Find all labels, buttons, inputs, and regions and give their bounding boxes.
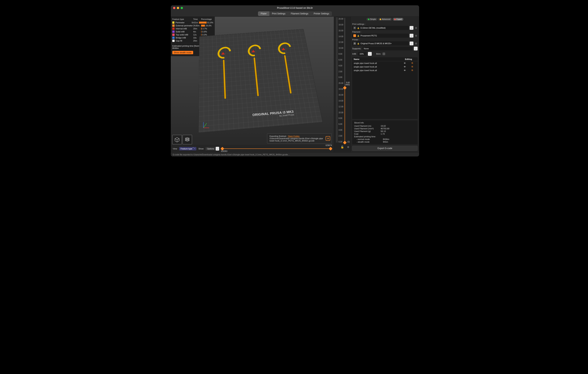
infill-caret[interactable]: ⌄ bbox=[368, 52, 372, 56]
legend-pct: 0.8% bbox=[202, 31, 207, 33]
filament-select[interactable]: 🔒 Prusament PETG bbox=[352, 33, 409, 38]
object-row[interactable]: single pipe towel hook.stl 👁 ⧉ bbox=[352, 65, 418, 68]
legend-row[interactable]: Solid infill 4m 0.8% bbox=[171, 30, 215, 33]
edit-icon[interactable]: ⧉ bbox=[409, 62, 416, 64]
legend-name: Gap fill bbox=[176, 40, 193, 42]
view-layers-icon[interactable] bbox=[183, 135, 192, 144]
legend-col-feature: Feature type bbox=[172, 18, 193, 20]
filament-gear-icon[interactable]: ⚙ bbox=[415, 34, 418, 37]
edit-icon[interactable]: ⧉ bbox=[409, 65, 416, 68]
tab-print-settings[interactable]: Print Settings bbox=[269, 11, 288, 16]
infill-value[interactable]: 15% bbox=[358, 52, 367, 56]
print-settings-select[interactable]: 🔒 0.10mm DETAIL (modified) bbox=[352, 26, 409, 30]
sliced-key: Used Filament (mm³) bbox=[354, 128, 381, 130]
axis-gizmo[interactable] bbox=[203, 120, 211, 128]
edit-icon[interactable]: ⧉ bbox=[409, 69, 416, 72]
status-bar: G-code file exported to /Users/vk/Downlo… bbox=[171, 152, 419, 157]
legend-name: External perimeter bbox=[176, 24, 193, 27]
export-gcode-button[interactable]: Export G-code bbox=[352, 146, 418, 151]
printer-caret[interactable]: ⌄ bbox=[410, 42, 413, 45]
layer-lock-icon[interactable]: 🔓 bbox=[341, 145, 344, 149]
legend-row[interactable]: Internal infill 20m 3.7% bbox=[171, 27, 215, 30]
hslider-low: 628393 bbox=[221, 150, 227, 152]
vslider-tick: 12.00 bbox=[338, 106, 344, 108]
view-type-select[interactable]: Feature type bbox=[179, 147, 197, 150]
export-notification: Exporting finished. Open Folder. /Users/… bbox=[267, 133, 332, 144]
filament-caret[interactable]: ⌄ bbox=[410, 34, 413, 38]
vslider-tick: 16.00 bbox=[338, 30, 344, 32]
vertical-layer-slider[interactable] bbox=[345, 18, 345, 143]
legend-row[interactable]: External perimeter 2h30m 28.0% bbox=[171, 24, 215, 27]
print-settings-caret[interactable]: ⌄ bbox=[410, 26, 413, 30]
legend-pct: 61.8% bbox=[207, 21, 213, 24]
visibility-icon[interactable]: 👁 bbox=[401, 62, 409, 64]
vslider-tick: 12.00 bbox=[338, 41, 344, 43]
open-folder-link[interactable]: Open Folder. bbox=[288, 135, 300, 137]
vslider-tick: 10.00 bbox=[338, 112, 344, 114]
system-preset-icon bbox=[354, 27, 356, 29]
show-options-caret[interactable]: ⌄ bbox=[216, 147, 219, 150]
object-row[interactable]: single pipe towel hook.stl 👁 ⧉ bbox=[352, 68, 418, 72]
mode-advanced[interactable]: Advanced bbox=[378, 18, 392, 21]
vslider-tick: 8.00 bbox=[338, 117, 344, 119]
legend-swatch bbox=[172, 37, 175, 39]
mode-expert[interactable]: Expert bbox=[393, 18, 404, 21]
show-options-select[interactable]: Options bbox=[205, 147, 216, 150]
brim-checkbox[interactable] bbox=[383, 53, 385, 55]
tab-printer-settings[interactable]: Printer Settings bbox=[311, 11, 332, 16]
supports-caret[interactable]: ⌄ bbox=[414, 47, 418, 51]
notif-path: /Users/vk/Downloads/ srieginis karolis E… bbox=[270, 137, 323, 142]
legend-row[interactable]: Perimeter 5h31m 61.8% bbox=[171, 21, 215, 24]
app-window: PrusaSlicer-2.3.0 based on Slic3r Plater… bbox=[171, 5, 419, 157]
printer-gear-icon[interactable]: ⚙ bbox=[415, 42, 418, 45]
visibility-icon[interactable]: 👁 bbox=[401, 66, 409, 68]
legend-name: Solid infill bbox=[176, 31, 193, 33]
close-window-button[interactable] bbox=[173, 7, 175, 9]
print-settings-gear-icon[interactable]: ⚙ bbox=[415, 27, 418, 29]
printer-icon: 🖶 bbox=[353, 42, 356, 45]
legend-pct: 0.0% bbox=[202, 33, 207, 36]
legend-bar bbox=[199, 22, 207, 23]
vslider-tick: 4.00 bbox=[338, 129, 344, 131]
supports-select[interactable]: None bbox=[363, 47, 412, 51]
legend-bar bbox=[201, 31, 201, 33]
sliced-info-title: Sliced Info bbox=[354, 122, 416, 124]
legend-time: 2h30m bbox=[193, 24, 201, 27]
show-stealth-mode-button[interactable]: Show stealth mode bbox=[172, 51, 193, 54]
print-bed[interactable]: ORIGINAL PRUSA i3 MK3 by Josef Prusa bbox=[199, 29, 323, 133]
object-row[interactable]: single pipe towel hook.stl 👁 ⧉ bbox=[352, 61, 418, 65]
3d-view[interactable]: Feature type Time Percentage Perimeter 5… bbox=[171, 17, 334, 152]
bed-brand: ORIGINAL PRUSA i3 MK3 by Josef Prusa bbox=[252, 110, 294, 119]
layer-settings-icon[interactable]: ⚙ bbox=[347, 146, 349, 149]
minimize-window-button[interactable] bbox=[177, 7, 179, 9]
notif-close-icon[interactable]: ✕ bbox=[326, 136, 330, 141]
tab-filament-settings[interactable]: Filament Settings bbox=[288, 11, 311, 16]
model-instance[interactable] bbox=[269, 36, 304, 96]
legend-name: Perimeter bbox=[176, 21, 192, 24]
vertical-ruler bbox=[336, 18, 338, 143]
model-instance[interactable] bbox=[210, 40, 239, 101]
mode-dot-icon bbox=[380, 19, 381, 20]
vslider-top-value: 9.60(493) bbox=[345, 82, 350, 86]
status-text: G-code file exported to /Users/vk/Downlo… bbox=[173, 153, 290, 156]
sliced-val: 19.02 bbox=[381, 125, 386, 127]
zoom-window-button[interactable] bbox=[181, 7, 183, 9]
print-settings-label: Print settings : bbox=[352, 23, 418, 25]
legend-bar bbox=[201, 28, 202, 30]
filament-color-swatch[interactable] bbox=[353, 34, 356, 37]
visibility-icon[interactable]: 👁 bbox=[401, 69, 409, 72]
tab-plater[interactable]: Plater bbox=[258, 11, 269, 16]
model-instance[interactable] bbox=[240, 38, 272, 98]
notif-title: Exporting finished. bbox=[270, 135, 287, 137]
horizontal-moves-slider[interactable]: 628393 629674 bbox=[221, 147, 332, 150]
vslider-bot-value: (1) bbox=[347, 141, 350, 143]
lock-icon: 🔒 bbox=[357, 43, 359, 44]
object-name: single pipe towel hook.stl bbox=[354, 69, 401, 72]
legend-bar bbox=[201, 25, 205, 27]
legend-swatch bbox=[172, 33, 175, 36]
printer-select[interactable]: 🖶 🔒 Original Prusa i3 MK3S & MK3S+ bbox=[352, 41, 409, 45]
view-3d-icon[interactable] bbox=[172, 135, 182, 144]
legend-col-pct: Percentage bbox=[201, 18, 213, 20]
mode-simple[interactable]: Simple bbox=[367, 18, 378, 21]
lock-icon: 🔒 bbox=[357, 27, 359, 29]
